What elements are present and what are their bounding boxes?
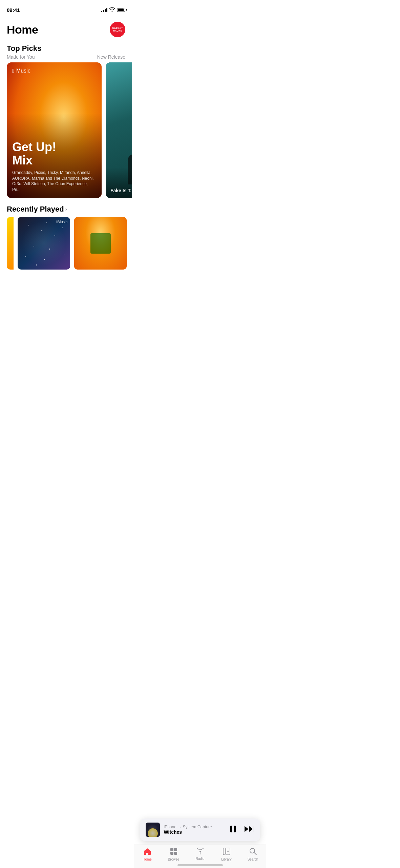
recent-card-partial[interactable]	[7, 217, 14, 270]
chevron-right-icon: ›	[65, 206, 67, 212]
battery-icon	[117, 8, 125, 12]
recently-played-title: Recently Played	[7, 205, 64, 214]
top-picks-subtitle-row: Made for You New Release	[0, 54, 132, 62]
top-picks-cards:  Music Get Up! Mix Grandaddy, Pixies, T…	[0, 62, 132, 198]
recent-card-1[interactable]: Music	[18, 217, 70, 270]
status-icons	[101, 7, 125, 13]
page-title: Home	[7, 23, 38, 36]
get-up-mix-description: Grandaddy, Pixies, Tricky, Mïrändä, Anne…	[12, 170, 96, 193]
new-release-link[interactable]: New Release	[97, 54, 125, 60]
made-for-you-label: Made for You	[7, 54, 35, 60]
new-release-card[interactable]: Fake Is T...	[106, 62, 132, 198]
status-time: 09:41	[7, 7, 20, 13]
new-release-title: Fake Is T...	[110, 188, 132, 193]
recently-played-header[interactable]: Recently Played ›	[0, 198, 132, 217]
gadget-hacks-badge[interactable]: GADGET HACKS	[110, 22, 125, 37]
get-up-mix-card[interactable]:  Music Get Up! Mix Grandaddy, Pixies, T…	[7, 62, 102, 198]
top-picks-section-header: Top Picks	[0, 41, 132, 54]
signal-bars-icon	[101, 8, 107, 12]
wifi-icon	[109, 7, 115, 13]
top-picks-title: Top Picks	[7, 44, 41, 53]
recently-played-cards: Music	[0, 217, 132, 270]
status-bar: 09:41	[0, 0, 132, 15]
get-up-mix-title: Get Up! Mix	[12, 140, 96, 167]
bottom-spacer	[0, 270, 132, 331]
page-header: Home GADGET HACKS	[0, 15, 132, 41]
apple-music-logo:  Music	[12, 68, 30, 74]
apple-music-badge-small: Music	[56, 220, 67, 224]
recent-card-2[interactable]	[74, 217, 127, 270]
